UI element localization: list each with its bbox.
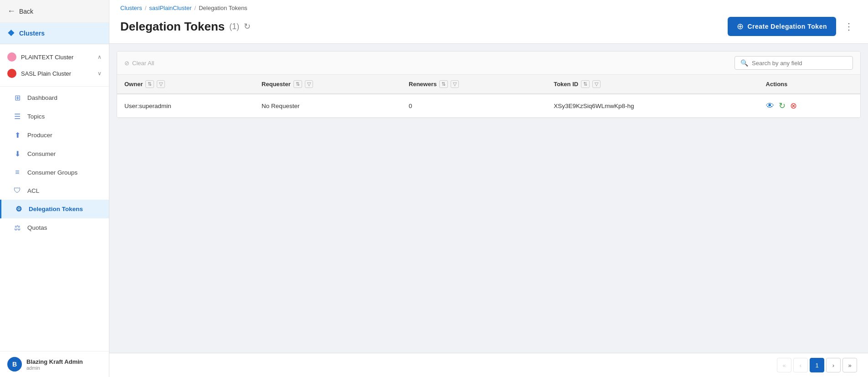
plus-icon: ⊕: [737, 21, 744, 31]
back-label: Back: [19, 8, 33, 15]
sidebar-item-label-acl: ACL: [27, 187, 39, 194]
table-container: ⊘ Clear All 🔍 Owner ⇅ ▽: [117, 51, 861, 118]
breadcrumb: Clusters / saslPlainCluster / Delegation…: [120, 0, 857, 13]
user-avatar: B: [7, 357, 22, 372]
page-title-row: Delegation Tokens (1) ↻ ⊕ Create Delegat…: [120, 13, 857, 43]
breadcrumb-sep-2: /: [195, 5, 196, 11]
sidebar-item-label-delegation-tokens: Delegation Tokens: [29, 206, 83, 212]
expire-token-button[interactable]: ⊗: [790, 101, 797, 111]
view-token-button[interactable]: 👁: [766, 101, 774, 111]
filter-icon: ⊘: [124, 60, 129, 67]
owner-sort-button[interactable]: ⇅: [145, 80, 154, 88]
renewers-filter-button[interactable]: ▽: [451, 80, 459, 88]
search-icon: 🔍: [740, 59, 748, 67]
actions-cell: 👁 ↻ ⊗: [766, 101, 853, 111]
sidebar-item-label-dashboard: Dashboard: [27, 94, 57, 101]
page-title-left: Delegation Tokens (1) ↻: [120, 20, 251, 34]
clear-all-button[interactable]: ⊘ Clear All: [124, 60, 154, 67]
delegation-tokens-icon: ⚙: [14, 205, 23, 213]
sidebar-item-consumer-groups[interactable]: ≡ Consumer Groups: [0, 163, 109, 181]
sidebar-item-label-quotas: Quotas: [27, 224, 47, 231]
more-options-button[interactable]: ⋮: [841, 18, 857, 35]
pagination-bar: « ‹ 1 › »: [109, 353, 868, 377]
consumer-groups-icon: ≡: [13, 168, 22, 176]
breadcrumb-cluster-name[interactable]: saslPlainCluster: [149, 5, 191, 11]
token-id-sort-button[interactable]: ⇅: [581, 80, 590, 88]
table-toolbar: ⊘ Clear All 🔍: [117, 52, 860, 75]
sidebar-item-label-producer: Producer: [27, 132, 52, 139]
table-row: User:superadmin No Requester 0 XSy3E9KzS…: [117, 94, 860, 118]
clusters-button[interactable]: ❖ Clusters: [0, 23, 109, 44]
col-actions-label: Actions: [766, 81, 788, 88]
plaintext-cluster-item[interactable]: PLAINTEXT Cluster ∧: [7, 49, 102, 65]
clear-all-label: Clear All: [132, 60, 154, 67]
refresh-icon[interactable]: ↻: [244, 21, 251, 31]
breadcrumb-current: Delegation Tokens: [199, 5, 247, 11]
owner-filter-button[interactable]: ▽: [157, 80, 165, 88]
delegation-tokens-table: Owner ⇅ ▽ Requester ⇅ ▽: [117, 75, 860, 118]
cell-requester: No Requester: [254, 94, 401, 118]
requester-filter-button[interactable]: ▽: [305, 80, 313, 88]
col-actions: Actions: [759, 75, 860, 94]
sidebar-item-dashboard[interactable]: ⊞ Dashboard: [0, 88, 109, 107]
col-owner: Owner ⇅ ▽: [117, 75, 254, 94]
col-renewers-label: Renewers: [409, 81, 437, 88]
dashboard-icon: ⊞: [13, 93, 22, 102]
col-owner-label: Owner: [124, 81, 143, 88]
sasl-cluster-item[interactable]: SASL Plain Cluster ∨: [7, 65, 102, 82]
producer-icon: ⬆: [13, 131, 22, 139]
breadcrumb-clusters[interactable]: Clusters: [120, 5, 142, 11]
renew-token-button[interactable]: ↻: [779, 101, 786, 111]
table-body: User:superadmin No Requester 0 XSy3E9KzS…: [117, 94, 860, 118]
search-box[interactable]: 🔍: [734, 56, 853, 70]
acl-icon: 🛡: [13, 186, 22, 195]
table-header-row: Owner ⇅ ▽ Requester ⇅ ▽: [117, 75, 860, 94]
sidebar-item-topics[interactable]: ☰ Topics: [0, 107, 109, 126]
col-requester-label: Requester: [262, 81, 291, 88]
sasl-cluster-name: SASL Plain Cluster: [21, 70, 71, 77]
sasl-cluster-dot: [7, 69, 16, 78]
col-renewers: Renewers ⇅ ▽: [401, 75, 546, 94]
token-id-filter-button[interactable]: ▽: [592, 80, 601, 88]
clusters-icon: ❖: [7, 28, 15, 38]
quotas-icon: ⚖: [13, 223, 22, 232]
pagination-page-1-button[interactable]: 1: [810, 358, 824, 372]
pagination-prev-button[interactable]: ‹: [793, 358, 808, 372]
col-token-id: Token ID ⇅ ▽: [546, 75, 758, 94]
cluster-list: PLAINTEXT Cluster ∧ SASL Plain Cluster ∨: [0, 44, 109, 87]
sidebar: ← Back ❖ Clusters PLAINTEXT Cluster ∧ SA…: [0, 0, 109, 377]
sidebar-item-consumer[interactable]: ⬇ Consumer: [0, 145, 109, 163]
pagination-first-button[interactable]: «: [777, 358, 791, 372]
sidebar-item-label-consumer: Consumer: [27, 150, 56, 157]
search-input[interactable]: [752, 60, 847, 67]
create-delegation-token-button[interactable]: ⊕ Create Delegation Token: [728, 17, 836, 36]
clusters-label: Clusters: [19, 30, 45, 37]
sidebar-item-acl[interactable]: 🛡 ACL: [0, 181, 109, 200]
sidebar-item-quotas[interactable]: ⚖ Quotas: [0, 218, 109, 237]
page-title: Delegation Tokens: [120, 20, 225, 34]
page-header: Clusters / saslPlainCluster / Delegation…: [109, 0, 868, 44]
page-title-right: ⊕ Create Delegation Token ⋮: [728, 17, 857, 36]
back-arrow-icon: ←: [7, 6, 15, 16]
sidebar-footer: B Blazing Kraft Admin admin: [0, 351, 109, 377]
sasl-cluster-chevron-icon: ∨: [98, 70, 102, 77]
topics-icon: ☰: [13, 112, 22, 121]
plaintext-cluster-name: PLAINTEXT Cluster: [21, 54, 73, 61]
renewers-sort-button[interactable]: ⇅: [439, 80, 448, 88]
table-area: ⊘ Clear All 🔍 Owner ⇅ ▽: [109, 44, 868, 353]
sidebar-item-label-topics: Topics: [27, 113, 45, 120]
col-token-id-label: Token ID: [554, 81, 578, 88]
requester-sort-button[interactable]: ⇅: [293, 80, 302, 88]
cell-renewers: 0: [401, 94, 546, 118]
pagination-next-button[interactable]: ›: [826, 358, 841, 372]
col-requester: Requester ⇅ ▽: [254, 75, 401, 94]
plaintext-cluster-dot: [7, 52, 16, 62]
breadcrumb-sep-1: /: [145, 5, 147, 11]
sidebar-item-label-consumer-groups: Consumer Groups: [27, 169, 77, 176]
pagination-last-button[interactable]: »: [842, 358, 857, 372]
nav-menu: ⊞ Dashboard ☰ Topics ⬆ Producer ⬇ Consum…: [0, 87, 109, 351]
sidebar-item-producer[interactable]: ⬆ Producer: [0, 126, 109, 145]
sidebar-item-delegation-tokens[interactable]: ⚙ Delegation Tokens: [0, 200, 109, 218]
consumer-icon: ⬇: [13, 150, 22, 158]
back-button[interactable]: ← Back: [0, 0, 109, 23]
